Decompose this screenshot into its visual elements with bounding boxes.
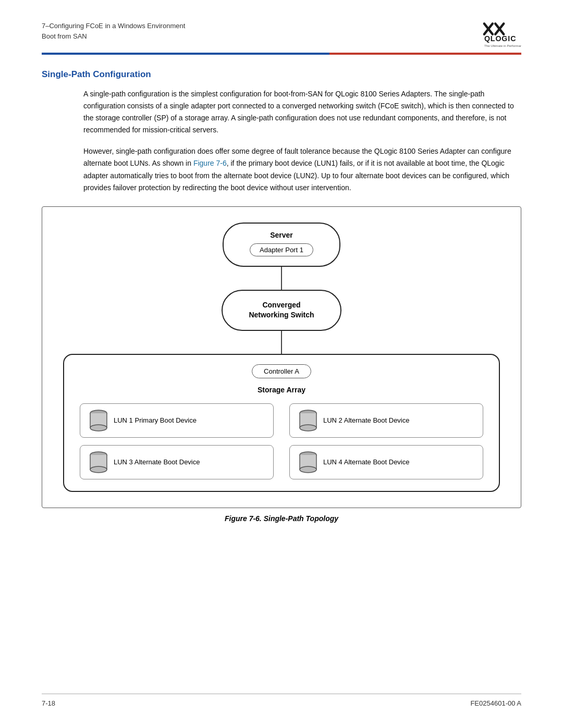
lun-grid: LUN 1 Primary Boot Device LUN 2 Alternat… xyxy=(80,403,483,479)
footer-page-number: 7-18 xyxy=(42,699,55,707)
disk-icon-lun1 xyxy=(89,409,108,432)
lun1-label: LUN 1 Primary Boot Device xyxy=(114,416,197,424)
page-header: 7–Configuring FCoE in a Windows Environm… xyxy=(42,21,521,50)
controller-box: Controller A xyxy=(252,364,311,378)
lun3-item: LUN 3 Alternate Boot Device xyxy=(80,445,274,479)
paragraph-2: However, single-path configuration does … xyxy=(83,145,521,193)
lun2-label: LUN 2 Alternate Boot Device xyxy=(323,416,409,424)
server-box: Server Adapter Port 1 xyxy=(223,223,340,267)
server-title: Server xyxy=(250,231,313,239)
lun4-label: LUN 4 Alternate Boot Device xyxy=(323,458,409,466)
svg-point-23 xyxy=(300,466,316,473)
lun4-item: LUN 4 Alternate Boot Device xyxy=(289,445,483,479)
storage-array-box: Controller A Storage Array xyxy=(63,354,500,492)
disk-icon-lun4 xyxy=(298,451,318,474)
adapter-port-box: Adapter Port 1 xyxy=(250,243,313,256)
logo-area: QLOGIC The Ultimate in Performance xyxy=(480,21,521,50)
lun1-item: LUN 1 Primary Boot Device xyxy=(80,403,274,438)
switch-title: Converged Networking Switch xyxy=(249,300,314,320)
svg-text:QLOGIC: QLOGIC xyxy=(484,34,516,43)
footer-doc-number: FE0254601-00 A xyxy=(470,699,521,707)
header-text: 7–Configuring FCoE in a Windows Environm… xyxy=(42,21,185,41)
figure-caption: Figure 7-6. Single-Path Topology xyxy=(42,514,521,523)
figure-link[interactable]: Figure 7-6 xyxy=(193,159,227,167)
svg-point-18 xyxy=(90,466,107,473)
storage-title: Storage Array xyxy=(80,386,483,394)
page-footer: 7-18 FE0254601-00 A xyxy=(42,694,521,707)
svg-point-8 xyxy=(90,425,107,431)
lun3-label: LUN 3 Alternate Boot Device xyxy=(114,458,200,466)
header-rule xyxy=(42,53,521,55)
paragraph-1: A single-path configuration is the simpl… xyxy=(83,88,521,136)
lun2-item: LUN 2 Alternate Boot Device xyxy=(289,403,483,438)
diagram-container: Server Adapter Port 1 Converged Networki… xyxy=(42,206,521,508)
diagram-inner: Server Adapter Port 1 Converged Networki… xyxy=(63,223,500,492)
section-title: Single-Path Configuration xyxy=(42,69,521,80)
svg-text:The Ultimate in Performance: The Ultimate in Performance xyxy=(484,44,521,47)
disk-icon-lun2 xyxy=(298,409,318,432)
header-line1: 7–Configuring FCoE in a Windows Environm… xyxy=(42,21,185,31)
controller-row: Controller A xyxy=(80,364,483,378)
qlogic-logo-icon: QLOGIC The Ultimate in Performance xyxy=(480,21,521,50)
svg-point-13 xyxy=(300,425,316,431)
header-line2: Boot from SAN xyxy=(42,31,185,42)
connector-switch-storage xyxy=(281,331,282,354)
disk-icon-lun3 xyxy=(89,451,108,474)
switch-box: Converged Networking Switch xyxy=(222,290,341,331)
connector-server-switch xyxy=(281,267,282,290)
